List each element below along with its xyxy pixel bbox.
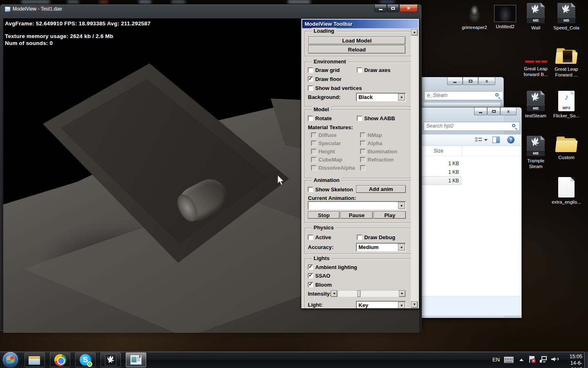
minimize-button[interactable]	[374, 4, 387, 12]
maximize-button[interactable]	[387, 4, 399, 12]
language-indicator[interactable]: EN	[492, 357, 500, 363]
pause-button[interactable]: Pause	[341, 211, 373, 219]
stop-button[interactable]: Stop	[308, 211, 340, 219]
search-box[interactable]	[424, 91, 503, 100]
play-button[interactable]: Play	[374, 211, 406, 219]
current-animation-dropdown[interactable]: ▼	[308, 201, 406, 210]
intensity-slider-track[interactable]	[338, 290, 399, 297]
desktop-icon-speed-cola[interactable]: MB Speed_Cola	[552, 3, 581, 31]
close-button[interactable]: x	[478, 77, 495, 85]
views-icon[interactable]	[475, 137, 482, 144]
rotate-checkbox[interactable]	[308, 116, 313, 121]
mb-file-icon: MB	[527, 3, 545, 23]
desktop-icon-teststeam[interactable]: MB testSteam	[521, 91, 550, 119]
desktop-icon-wall[interactable]: MB Wall	[521, 3, 550, 31]
keyboard-layout-icon[interactable]	[504, 357, 514, 363]
file-list[interactable]: Size 1 KB 1 KB 1 KB	[421, 146, 521, 296]
panel-scrollbar[interactable]	[411, 29, 418, 307]
nmap-checkbox	[360, 132, 365, 138]
minimize-button[interactable]	[474, 108, 487, 115]
group-title: Loading	[312, 28, 336, 34]
add-anim-button[interactable]: Add anim	[356, 185, 406, 193]
light-dropdown[interactable]: Key ▼	[356, 301, 406, 309]
specular-label: Specular	[318, 140, 341, 146]
clock[interactable]: 15:05 14-6-2015	[570, 353, 582, 368]
desktop-icon-untitled2[interactable]: Untitled2	[490, 5, 520, 29]
load-model-button[interactable]: Load Model	[308, 36, 405, 45]
draw-debug-checkbox[interactable]	[357, 235, 362, 240]
accuracy-dropdown[interactable]: Medium ▼	[356, 243, 406, 251]
show-aabb-checkbox[interactable]	[357, 116, 362, 121]
start-button[interactable]	[3, 352, 18, 367]
column-header-size[interactable]: Size	[434, 146, 443, 156]
skype-status-icon	[87, 361, 92, 367]
search-input[interactable]	[427, 92, 493, 98]
stats-sounds-line: Num of sounds: 0	[5, 40, 151, 46]
error-badge-icon: ✕	[531, 359, 536, 363]
network-icon[interactable]	[540, 356, 548, 363]
taskbar-modelview-button[interactable]	[126, 352, 146, 367]
taskbar-chrome-button[interactable]	[50, 352, 70, 367]
help-icon[interactable]: ?	[507, 136, 514, 144]
panel-title-bar[interactable]: ModelView Toolbar	[302, 20, 418, 28]
intensity-scroll-right-button[interactable]: ►	[399, 290, 405, 297]
modelview-toolbar-panel[interactable]: ModelView Toolbar Loading Load Model Rel…	[301, 18, 419, 309]
taskbar-explorer-button[interactable]	[24, 352, 45, 367]
close-button[interactable]: x	[500, 108, 517, 115]
ssao-checkbox[interactable]	[308, 273, 313, 278]
desktop-icon-custom[interactable]: Custom	[552, 137, 581, 160]
show-desktop-button[interactable]	[584, 352, 588, 368]
explorer-window-front[interactable]: x ? Size 1 KB 1 KB 1 KB	[421, 107, 522, 318]
chevron-down-icon[interactable]: ▼	[398, 302, 405, 309]
desktop-icon-great-leap-forward-b[interactable]: Great Leap forward B...	[521, 58, 550, 77]
scroll-down-button[interactable]: ▼	[411, 301, 418, 308]
bloom-checkbox[interactable]	[308, 282, 313, 287]
desktop-icon-great-leap-forward-folder[interactable]: Great Leap Forward ...	[552, 48, 581, 78]
close-icon: ✕	[407, 6, 410, 11]
search-input[interactable]	[426, 123, 510, 129]
desktop-icon-extra-english[interactable]: extra_englis...	[552, 177, 581, 205]
taskbar[interactable]: S EN ✕ 15:05 14-6-2015	[0, 352, 588, 368]
intensity-scroll-left-button[interactable]: ◄	[331, 290, 337, 297]
search-box[interactable]	[423, 122, 520, 131]
chevron-down-icon[interactable]: ▼	[398, 244, 405, 251]
minimize-button[interactable]	[447, 77, 463, 85]
views-dropdown-arrow-icon[interactable]	[484, 139, 488, 141]
folder-with-image-icon	[556, 48, 577, 65]
reload-button[interactable]: Reload	[308, 45, 405, 54]
show-aabb-label: Show AABB	[364, 115, 395, 121]
maximize-button[interactable]	[463, 77, 478, 85]
physics-active-label: Active	[315, 234, 331, 240]
background-dropdown[interactable]: Black ▼	[356, 93, 406, 101]
ambient-lighting-checkbox[interactable]	[308, 265, 313, 270]
show-hidden-icons-arrow[interactable]	[519, 359, 523, 361]
chevron-down-icon[interactable]: ▼	[398, 94, 405, 101]
chrome-icon	[54, 354, 66, 366]
action-center-flag-icon[interactable]: ✕	[528, 356, 536, 363]
mp3-badge: MP3	[558, 106, 575, 110]
stats-frame-line: AvgFrame: 52.649910 FPS: 18.993385 Avg: …	[5, 20, 151, 27]
refraction-label: Refraction	[368, 157, 394, 163]
taskbar-dragon-app-button[interactable]	[100, 352, 121, 367]
dragon-icon	[530, 92, 542, 104]
column-separator[interactable]	[462, 146, 462, 156]
desktop-icon-flicker-so[interactable]: ♪ MP3 Flicker_So...	[552, 91, 581, 119]
scroll-up-button[interactable]: ▲	[411, 29, 418, 36]
desktop-icon-trample-steam[interactable]: MB Trample Steam	[521, 136, 550, 169]
chevron-down-icon[interactable]: ▼	[398, 202, 405, 209]
physics-active-checkbox[interactable]	[308, 235, 313, 240]
taskbar-skype-button[interactable]: S	[75, 352, 96, 367]
draw-axes-checkbox[interactable]	[357, 67, 362, 73]
close-button[interactable]: ✕	[399, 4, 418, 12]
desktop-icon-grimreaper2[interactable]: grimreaper2	[460, 2, 489, 30]
show-bad-vertices-checkbox[interactable]	[308, 85, 313, 91]
volume-icon[interactable]	[551, 356, 560, 363]
modelview-window-icon	[130, 355, 142, 365]
intensity-slider-thumb[interactable]	[357, 290, 361, 297]
maximize-button[interactable]	[487, 108, 500, 115]
draw-grid-checkbox[interactable]	[308, 67, 313, 73]
show-skeleton-checkbox[interactable]	[308, 187, 313, 192]
draw-floor-checkbox[interactable]	[308, 76, 313, 82]
title-bar[interactable]: ModelView - Test1.dae ✕	[0, 4, 421, 14]
preview-pane-icon[interactable]	[492, 137, 500, 143]
